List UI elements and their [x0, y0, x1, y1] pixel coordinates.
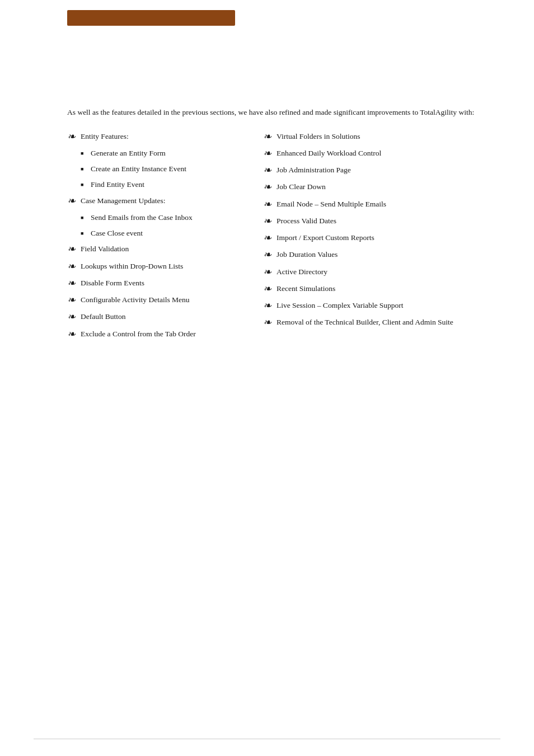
- item-label: Default Button: [81, 311, 241, 322]
- sub-item-text: Send Emails from the Case Inbox: [91, 212, 241, 223]
- list-item: ❧ Active Directory: [263, 266, 476, 278]
- item-label: Job Duration Values: [277, 249, 476, 260]
- intro-paragraph: As well as the features detailed in the …: [67, 106, 476, 119]
- sub-list-item: ■ Find Entity Event: [81, 179, 241, 190]
- header-bar: [67, 10, 235, 26]
- list-item: ❧ Job Administration Page: [263, 165, 476, 176]
- item-label: Job Clear Down: [277, 181, 476, 192]
- item-label: Removal of the Technical Builder, Client…: [277, 317, 476, 328]
- item-label: Enhanced Daily Workload Control: [277, 148, 476, 159]
- sub-list-item: ■ Send Emails from the Case Inbox: [81, 212, 241, 223]
- list-item: ❧ Process Valid Dates: [263, 215, 476, 227]
- bullet-icon: ❧: [67, 278, 81, 288]
- sub-bullet-icon: ■: [81, 150, 91, 158]
- bullet-icon: ❧: [67, 261, 81, 271]
- item-label: Job Administration Page: [277, 165, 476, 176]
- item-label: Import / Export Custom Reports: [277, 232, 476, 243]
- bullet-icon: ❧: [263, 317, 277, 327]
- two-col-layout: ❧ Entity Features: ■ Generate an Entity …: [67, 131, 476, 345]
- bullet-icon: ❧: [67, 295, 81, 305]
- item-label: Configurable Activity Details Menu: [81, 294, 241, 306]
- right-column: ❧ Virtual Folders in Solutions ❧ Enhance…: [263, 131, 476, 334]
- item-label: Recent Simulations: [277, 283, 476, 294]
- list-item: ❧ Import / Export Custom Reports: [263, 232, 476, 243]
- list-item: ❧ Disable Form Events: [67, 278, 241, 289]
- sub-item-text: Create an Entity Instance Event: [91, 163, 241, 175]
- left-column: ❧ Entity Features: ■ Generate an Entity …: [67, 131, 241, 345]
- bullet-icon: ❧: [263, 300, 277, 311]
- sub-list-entity: ■ Generate an Entity Form ■ Create an En…: [81, 148, 241, 191]
- item-label: Disable Form Events: [81, 278, 241, 289]
- list-item: ❧ Case Management Updates:: [67, 195, 241, 206]
- sub-bullet-icon: ■: [81, 181, 91, 189]
- bullet-icon: ❧: [263, 199, 277, 209]
- item-label: Entity Features:: [81, 131, 241, 142]
- bullet-icon: ❧: [67, 132, 81, 142]
- item-label: Case Management Updates:: [81, 195, 241, 206]
- sub-list-item: ■ Create an Entity Instance Event: [81, 163, 241, 175]
- bullet-icon: ❧: [263, 216, 277, 226]
- item-label: Process Valid Dates: [277, 215, 476, 227]
- bullet-icon: ❧: [263, 267, 277, 277]
- item-label: Virtual Folders in Solutions: [277, 131, 476, 142]
- bullet-icon: ❧: [263, 165, 277, 175]
- list-item: ❧ Entity Features:: [67, 131, 241, 142]
- sub-list-item: ■ Case Close event: [81, 228, 241, 239]
- sub-item-text: Find Entity Event: [91, 179, 241, 190]
- bullet-icon: ❧: [67, 329, 81, 339]
- list-item: ❧ Exclude a Control from the Tab Order: [67, 328, 241, 340]
- list-item: ❧ Job Clear Down: [263, 181, 476, 192]
- bullet-icon: ❧: [67, 196, 81, 206]
- bullet-icon: ❧: [263, 182, 277, 192]
- sub-bullet-icon: ■: [81, 214, 91, 222]
- list-item: ❧ Email Node – Send Multiple Emails: [263, 199, 476, 210]
- bullet-icon: ❧: [263, 148, 277, 158]
- bullet-icon: ❧: [263, 233, 277, 243]
- list-item: ❧ Removal of the Technical Builder, Clie…: [263, 317, 476, 328]
- sub-bullet-icon: ■: [81, 230, 91, 238]
- item-label: Lookups within Drop-Down Lists: [81, 261, 241, 272]
- page-container: As well as the features detailed in the …: [0, 0, 534, 756]
- bullet-icon: ❧: [263, 250, 277, 260]
- item-label: Field Validation: [81, 243, 241, 255]
- bullet-icon: ❧: [67, 244, 81, 254]
- content-area: As well as the features detailed in the …: [67, 106, 476, 345]
- list-item: ❧ Default Button: [67, 311, 241, 322]
- list-item: ❧ Enhanced Daily Workload Control: [263, 148, 476, 159]
- bullet-icon: ❧: [263, 132, 277, 142]
- list-item: ❧ Job Duration Values: [263, 249, 476, 260]
- item-label: Exclude a Control from the Tab Order: [81, 328, 241, 340]
- sub-item-text: Case Close event: [91, 228, 241, 239]
- list-item: ❧ Field Validation: [67, 243, 241, 255]
- list-item: ❧ Virtual Folders in Solutions: [263, 131, 476, 142]
- sub-item-text: Generate an Entity Form: [91, 148, 241, 159]
- list-item: ❧ Lookups within Drop-Down Lists: [67, 261, 241, 272]
- item-label: Live Session – Complex Variable Support: [277, 300, 476, 311]
- sub-list-case: ■ Send Emails from the Case Inbox ■ Case…: [81, 212, 241, 240]
- list-item: ❧ Live Session – Complex Variable Suppor…: [263, 300, 476, 311]
- footer-line: [34, 739, 500, 739]
- bullet-icon: ❧: [67, 312, 81, 322]
- item-label: Active Directory: [277, 266, 476, 278]
- item-label: Email Node – Send Multiple Emails: [277, 199, 476, 210]
- sub-list-item: ■ Generate an Entity Form: [81, 148, 241, 159]
- sub-bullet-icon: ■: [81, 166, 91, 173]
- list-item: ❧ Recent Simulations: [263, 283, 476, 294]
- list-item: ❧ Configurable Activity Details Menu: [67, 294, 241, 306]
- bullet-icon: ❧: [263, 284, 277, 294]
